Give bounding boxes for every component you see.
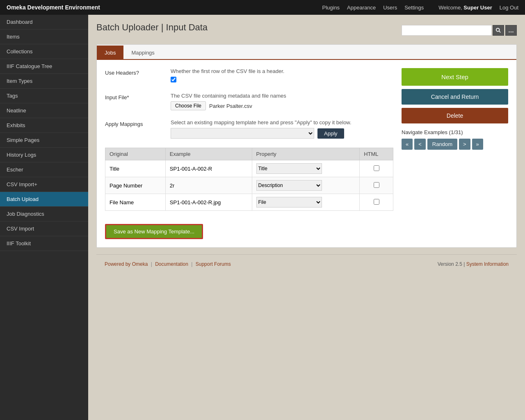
sidebar-item-dashboard[interactable]: Dashboard (0, 15, 88, 30)
sidebar-item-csv-import[interactable]: CSV Import (0, 221, 88, 236)
cell-example-2: SP1-001-A-002-R.jpg (165, 194, 252, 211)
search-input[interactable] (402, 25, 492, 36)
footer-right: Version 2.5 | System Information (438, 261, 509, 267)
nav-next-button[interactable]: > (459, 139, 470, 150)
sidebar-item-exhibits[interactable]: Exhibits (0, 118, 88, 133)
navigate-label: Navigate Examples (1/31) (402, 129, 508, 135)
nav-settings[interactable]: Settings (404, 5, 424, 11)
nav-appearance[interactable]: Appearance (347, 5, 376, 11)
tab-jobs[interactable]: Jobs (97, 46, 123, 60)
apply-mappings-label: Apply Mappings (105, 119, 171, 127)
apply-mappings-control: Select an existing mapping template here… (171, 119, 393, 139)
sidebar-item-neatline[interactable]: Neatline (0, 103, 88, 118)
welcome-text: Welcome, Super User (438, 5, 492, 11)
cell-original-1: Page Number (105, 177, 166, 194)
brand-name: Omeka Development Environment (7, 4, 100, 11)
content-box: Jobs Mappings Use Headers? Whether the f… (96, 44, 517, 248)
right-panel: Next Step Cancel and Return Delete Navig… (402, 68, 508, 239)
input-file-help: The CSV file containing metadata and fil… (171, 93, 393, 99)
sidebar-item-csv-import-plus[interactable]: CSV Import+ (0, 177, 88, 192)
cell-property-0: Title Description File Creator Subject D… (252, 160, 360, 177)
sidebar-item-simple-pages[interactable]: Simple Pages (0, 133, 88, 148)
footer-documentation[interactable]: Documentation (155, 261, 188, 267)
cell-property-2: Title Description File Creator Subject D… (252, 194, 360, 211)
sidebar-item-job-diagnostics[interactable]: Job Diagnostics (0, 207, 88, 221)
choose-file-button[interactable]: Choose File (171, 101, 206, 110)
sidebar-item-items[interactable]: Items (0, 30, 88, 44)
svg-line-1 (499, 31, 501, 33)
sidebar-item-history-logs[interactable]: History Logs (0, 148, 88, 162)
apply-mappings-row: Apply Mappings Select an existing mappin… (105, 119, 393, 139)
apply-mappings-help: Select an existing mapping template here… (171, 119, 393, 126)
nav-prev-button[interactable]: < (414, 139, 426, 150)
use-headers-label: Use Headers? (105, 68, 171, 76)
tab-mappings[interactable]: Mappings (123, 46, 162, 60)
form-section: Use Headers? Whether the first row of th… (105, 68, 393, 239)
use-headers-help: Whether the first row of the CSV file is… (171, 68, 393, 74)
property-select-0[interactable]: Title Description File Creator Subject D… (256, 163, 322, 174)
sidebar-item-escher[interactable]: Escher (0, 162, 88, 177)
delete-button[interactable]: Delete (402, 108, 508, 123)
property-select-2[interactable]: Title Description File Creator Subject D… (256, 197, 322, 208)
mapping-row: Apply (171, 128, 393, 139)
top-navigation: Omeka Development Environment Plugins Ap… (0, 0, 525, 15)
footer: Powered by Omeka | Documentation | Suppo… (96, 254, 517, 274)
cell-html-0 (360, 160, 393, 177)
footer-support[interactable]: Support Forums (196, 261, 231, 267)
nav-links: Plugins Appearance Users Settings Welcom… (322, 5, 518, 11)
cancel-button[interactable]: Cancel and Return (402, 89, 508, 105)
cell-property-1: Title Description File Creator Subject D… (252, 177, 360, 194)
nav-users[interactable]: Users (383, 5, 397, 11)
save-template-button[interactable]: Save as New Mapping Template... (105, 224, 203, 239)
cell-original-0: Title (105, 160, 166, 177)
search-bar: … (402, 25, 517, 36)
content-inner: Use Headers? Whether the first row of th… (97, 60, 516, 247)
sidebar-item-iiif-toolkit[interactable]: IIIF Toolkit (0, 236, 88, 251)
svg-point-0 (496, 28, 500, 32)
mapping-select[interactable] (171, 128, 314, 139)
nav-plugins[interactable]: Plugins (322, 5, 340, 11)
sidebar-item-batch-upload[interactable]: Batch Upload (0, 192, 88, 207)
cell-original-2: File Name (105, 194, 166, 211)
property-select-1[interactable]: Title Description File Creator Subject D… (256, 180, 322, 191)
input-file-control: The CSV file containing metadata and fil… (171, 93, 393, 110)
table-row: Title SP1-001-A-002-R Title Description … (105, 160, 393, 177)
cell-html-2 (360, 194, 393, 211)
apply-button[interactable]: Apply (317, 128, 344, 139)
footer-system-info[interactable]: System Information (466, 261, 509, 267)
table-row: File Name SP1-001-A-002-R.jpg Title Desc… (105, 194, 393, 211)
sidebar: Dashboard Items Collections IIIF Catalog… (0, 15, 88, 420)
use-headers-checkbox[interactable] (171, 77, 176, 82)
input-file-label: Input File* (105, 93, 171, 100)
sidebar-item-tags[interactable]: Tags (0, 89, 88, 103)
input-file-row: Input File* The CSV file containing meta… (105, 93, 393, 110)
nav-last-button[interactable]: » (472, 139, 483, 150)
html-checkbox-2[interactable] (374, 199, 379, 205)
sidebar-item-iiif-catalogue-tree[interactable]: IIIF Catalogue Tree (0, 59, 88, 74)
table-header-original: Original (105, 148, 166, 160)
cell-html-1 (360, 177, 393, 194)
search-button[interactable] (493, 25, 504, 36)
cell-example-1: 2r (165, 177, 252, 194)
tab-bar: Jobs Mappings (97, 45, 516, 60)
html-checkbox-1[interactable] (374, 182, 379, 188)
html-checkbox-0[interactable] (374, 165, 379, 171)
use-headers-control: Whether the first row of the CSV file is… (171, 68, 393, 84)
table-header-html: HTML (360, 148, 393, 160)
footer-left: Powered by Omeka | Documentation | Suppo… (105, 261, 231, 267)
nav-buttons: « < Random > » (402, 139, 508, 150)
nav-random-button[interactable]: Random (427, 139, 457, 150)
table-header-property: Property (252, 148, 360, 160)
footer-powered-by[interactable]: Powered by Omeka (105, 261, 148, 267)
sidebar-item-collections[interactable]: Collections (0, 44, 88, 59)
search-icon (495, 27, 501, 33)
next-step-button[interactable]: Next Step (402, 68, 508, 86)
search-more-button[interactable]: … (505, 25, 517, 36)
table-row: Page Number 2r Title Description File Cr… (105, 177, 393, 194)
use-headers-row: Use Headers? Whether the first row of th… (105, 68, 393, 84)
nav-first-button[interactable]: « (402, 139, 413, 150)
file-name-display: Parker Psalter.csv (209, 103, 252, 109)
logout-link[interactable]: Log Out (500, 5, 518, 11)
sidebar-item-item-types[interactable]: Item Types (0, 74, 88, 89)
page-title: Batch Uploader | Input Data (96, 22, 402, 33)
